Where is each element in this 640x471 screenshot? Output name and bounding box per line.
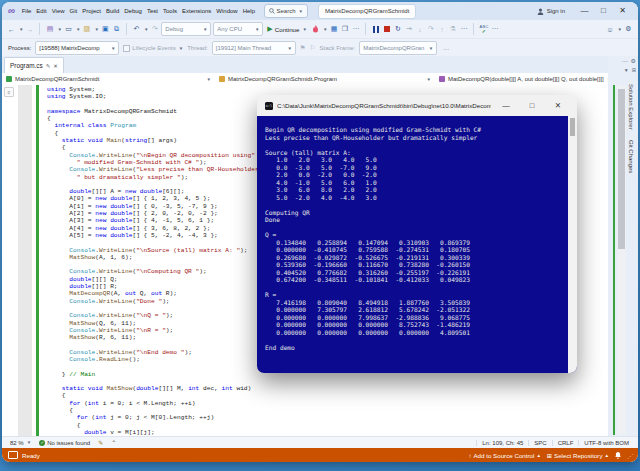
menu-item[interactable]: Extensions — [179, 2, 213, 20]
code-area[interactable]: using System;using System.IO;namespace M… — [47, 86, 270, 436]
console-scrollbar[interactable] — [568, 116, 577, 373]
line-ending-mode[interactable]: CRLF — [552, 440, 579, 446]
show-next-statement-button[interactable]: ⇥ — [404, 23, 413, 36]
menu-item[interactable]: View — [49, 2, 67, 20]
break-all-button[interactable] — [371, 23, 380, 36]
console-maximize-button[interactable]: □ — [521, 101, 543, 110]
navigate-back-button[interactable]: ← — [7, 23, 16, 36]
code-line: double[][] A = new double[6][]; — [47, 188, 270, 195]
sign-in-button[interactable]: Sign in — [537, 8, 565, 15]
indent-mode[interactable]: SPC — [528, 440, 551, 446]
continue-label: Continue — [275, 26, 300, 33]
split-window-icon[interactable]: ⊞ — [632, 67, 636, 73]
save-all-button[interactable]: ⧉ — [112, 23, 121, 36]
console-line: 0.269680 -0.029872 -0.526675 -0.219131 0… — [265, 254, 481, 262]
menu-item[interactable]: Test — [144, 2, 160, 20]
side-tool-tab[interactable]: Solution Explorer — [628, 84, 634, 130]
bell-icon[interactable] — [615, 452, 621, 459]
step-into-button[interactable]: ↓ — [415, 23, 424, 36]
zoom-dropdown[interactable]: 82 % ▼ — [6, 440, 35, 446]
redo-button[interactable]: ↷ — [150, 23, 159, 36]
flag-outline-icon[interactable]: ⚐ — [310, 44, 316, 52]
margin-icon[interactable]: ≡ — [4, 87, 14, 97]
editor-vertical-scrollbar[interactable] — [617, 85, 626, 435]
code-line: Console.WriteLine("\nSource (tall) matri… — [47, 247, 270, 254]
new-project-button[interactable]: ▤ — [45, 23, 54, 36]
console-line: Computing QR — [265, 209, 481, 217]
minimize-button[interactable]: — — [575, 2, 594, 20]
menu-item[interactable]: Project — [80, 2, 104, 20]
tab-program-cs[interactable]: Program.cs ✎ ✕ — [4, 57, 64, 73]
health-indicator[interactable]: ✓ No issues found — [35, 440, 94, 446]
menu-item[interactable]: Debug — [122, 2, 145, 20]
restart-button[interactable]: ↻ — [393, 23, 402, 36]
stop-debugging-button[interactable] — [382, 23, 391, 36]
type-dropdown[interactable]: MatrixDecompQRGramSchmidt.Program ▼ — [215, 76, 435, 82]
gear-icon[interactable]: ⚙ — [631, 57, 636, 64]
caret-position[interactable]: Ln: 109, Ch: 45 — [476, 440, 528, 446]
maximize-button[interactable]: □ — [594, 2, 613, 20]
step-over-button[interactable]: ↷ — [426, 23, 435, 36]
menu-item[interactable]: Build — [103, 2, 121, 20]
debugbar-overflow-button[interactable]: ⋯ — [441, 42, 450, 55]
solution-configuration-dropdown[interactable]: Debug▼ — [161, 22, 211, 36]
menu-item[interactable]: Help — [240, 2, 257, 20]
search-input[interactable]: Search ▼ — [264, 4, 308, 18]
spell-check-button[interactable]: ABC✓ — [479, 23, 488, 36]
open-folder-button[interactable]: ▨ — [82, 23, 91, 36]
stack-frame-dropdown[interactable]: MatrixDecompQRGran▼ — [359, 41, 437, 55]
output-window-icon[interactable] — [8, 451, 18, 459]
menu-item[interactable]: Window — [214, 2, 240, 20]
pin-icon[interactable]: ✎ — [46, 63, 51, 69]
window-title: MatrixDecompQRGramSchmidt — [318, 4, 416, 19]
close-button[interactable]: ✕ — [613, 2, 632, 20]
select-repository-button[interactable]: ⊞ Select Repository ▲ — [547, 452, 609, 459]
flag-icon[interactable]: ⚑ — [300, 44, 306, 52]
lifecycle-events-checkbox[interactable]: Lifecycle Events ▼ — [123, 45, 183, 52]
menu-item[interactable]: Git — [67, 2, 80, 20]
add-to-source-control-button[interactable]: ↑ Add to Source Control ▲ — [468, 452, 540, 459]
debug-overflow-button[interactable]: ⋯ — [459, 23, 468, 36]
console-minimize-button[interactable]: — — [495, 101, 517, 110]
chevron-down-icon[interactable]: ▼ — [624, 67, 629, 73]
hot-reload-button[interactable] — [311, 23, 320, 36]
text-editor-overflow-button[interactable]: ⋯ — [491, 23, 500, 36]
code-cleanup-button[interactable]: ✎ — [94, 439, 107, 446]
side-tool-tab[interactable]: Git Changes — [628, 140, 634, 173]
close-tab-icon[interactable]: ✕ — [53, 63, 58, 69]
resize-grip[interactable]: ⋰ — [627, 452, 632, 459]
continue-button[interactable]: ▶ Continue ▼ — [265, 25, 309, 33]
menu-item[interactable]: Edit — [34, 2, 49, 20]
expand-button[interactable]: ⌃ — [107, 439, 120, 446]
thread-dropdown[interactable]: [19912] Main Thread▼ — [212, 41, 296, 55]
member-dropdown[interactable]: MatDecompQR(double[][] A, out double[][]… — [435, 76, 608, 82]
step-out-button[interactable]: ↑ — [437, 23, 446, 36]
process-dropdown[interactable]: [19588] MatrixDecomp▼ — [35, 41, 119, 55]
new-file-button[interactable]: ▭ — [64, 23, 73, 36]
menu-item[interactable]: Tools — [160, 2, 179, 20]
tab-list-overflow-button[interactable]: ⋯ — [622, 57, 628, 64]
encoding-mode[interactable]: UTF-8 with BOM — [578, 440, 634, 446]
toolbar-options-button[interactable]: ⚙ — [624, 23, 633, 36]
menu-item[interactable]: File — [19, 2, 34, 20]
chevron-down-icon: ▼ — [76, 27, 80, 32]
save-button[interactable]: ▣ — [101, 23, 110, 36]
diagnostics-button[interactable]: ⚗ — [448, 23, 457, 36]
console-line — [265, 224, 481, 232]
console-close-button[interactable]: ✕ — [547, 101, 569, 110]
console-line: R = — [265, 291, 481, 299]
preview-changes-button[interactable]: ▦ — [329, 23, 338, 36]
window-layout-button[interactable]: ❐ — [340, 23, 349, 36]
project-dropdown[interactable]: MatrixDecompQRGramSchmidt ▼ — [2, 76, 215, 82]
console-scrollbar-thumb[interactable] — [570, 118, 575, 136]
toolbar-overflow-button[interactable]: ⋯ — [351, 23, 360, 36]
undo-button[interactable]: ↶ — [132, 23, 141, 36]
indicator-margin[interactable] — [18, 85, 32, 437]
console-window[interactable]: C:\ C:\Data\Junk\MatrixDecompQRGramSchmi… — [257, 95, 577, 373]
console-title-bar[interactable]: C:\ C:\Data\Junk\MatrixDecompQRGramSchmi… — [257, 95, 577, 116]
scrollbar-thumb[interactable] — [618, 89, 625, 249]
navigate-forward-button[interactable]: → — [25, 23, 34, 36]
solution-platform-dropdown[interactable]: Any CPU▼ — [213, 22, 263, 36]
send-feedback-button[interactable]: ☺ — [606, 23, 615, 36]
code-line: { — [47, 392, 270, 399]
